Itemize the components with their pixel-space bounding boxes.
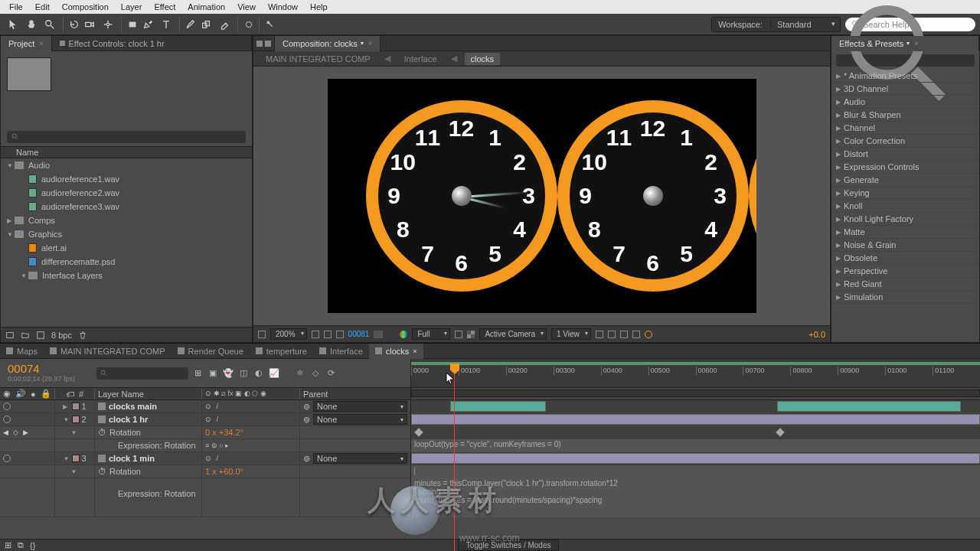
label-color[interactable] — [72, 416, 80, 423]
workspace-selector[interactable]: Workspace: Standard — [711, 17, 841, 32]
trash-icon[interactable] — [78, 331, 87, 340]
next-keyframe[interactable]: ▶ — [23, 429, 28, 436]
shy-icon[interactable]: 👻 — [222, 367, 234, 380]
parent-header[interactable]: Parent — [300, 388, 410, 399]
layer-name[interactable]: clock 1 min — [109, 454, 155, 463]
eraser-tool[interactable] — [216, 16, 233, 33]
interpret-icon[interactable] — [5, 331, 15, 340]
current-time[interactable]: 00074 — [8, 362, 84, 375]
project-item[interactable]: audioreference1.wav — [1, 172, 252, 186]
menu-help[interactable]: Help — [304, 2, 334, 11]
keyframe[interactable] — [414, 428, 423, 436]
twirl-icon[interactable]: ▶ — [836, 281, 844, 288]
graph-editor-icon[interactable]: 📈 — [268, 367, 280, 380]
effect-category[interactable]: ▶Blur & Sharpen — [831, 109, 979, 122]
twirl-icon[interactable]: ▶ — [836, 73, 844, 80]
channel-icon[interactable] — [400, 331, 407, 338]
workspace-value[interactable]: Standard — [771, 20, 840, 29]
type-tool[interactable]: T — [158, 16, 175, 33]
twirl-icon[interactable]: ▼ — [21, 272, 28, 279]
effect-category[interactable]: ▶Knoll Light Factory — [831, 213, 979, 226]
layer-bar[interactable] — [450, 401, 546, 412]
effect-category[interactable]: ▶Perspective — [831, 265, 979, 278]
project-item[interactable]: ▼Interface Layers — [1, 269, 252, 282]
menu-composition[interactable]: Composition — [56, 2, 115, 11]
pickwhip-icon[interactable]: ⊚ — [303, 415, 310, 425]
views-select[interactable]: 1 View — [551, 328, 591, 340]
layer-bar[interactable] — [777, 401, 961, 412]
menu-effect[interactable]: Effect — [148, 2, 181, 11]
twirl-icon[interactable]: ▶ — [836, 268, 844, 275]
layer-name-header[interactable]: Layer Name — [95, 388, 202, 399]
twirl-icon[interactable]: ▶ — [836, 216, 844, 223]
expression-label[interactable]: Expression: Rotation — [118, 489, 196, 498]
new-comp-icon[interactable] — [36, 331, 45, 340]
tab-project[interactable]: Project× — [1, 36, 52, 51]
project-item[interactable]: ▼Graphics — [1, 227, 252, 241]
twirl-icon[interactable]: ▼ — [63, 416, 70, 423]
label-color[interactable] — [72, 403, 80, 410]
parent-select[interactable]: None — [313, 453, 407, 464]
effect-category[interactable]: ▶Generate — [831, 174, 979, 187]
close-icon[interactable]: × — [413, 347, 416, 355]
camera-tool[interactable] — [81, 16, 98, 33]
timeline-tab[interactable]: MAIN INTEGRATED COMP — [44, 344, 172, 359]
visibility-toggle[interactable] — [3, 416, 11, 423]
tab-composition[interactable]: Composition: clocks▾× — [275, 36, 381, 51]
twirl-icon[interactable]: ▶ — [836, 86, 844, 93]
breadcrumb-main[interactable]: MAIN INTEGRATED COMP — [260, 53, 377, 65]
roto-brush-tool[interactable] — [237, 16, 254, 33]
new-folder-icon[interactable] — [21, 331, 30, 340]
layer-name[interactable]: clocks main — [109, 402, 157, 411]
pixel-aspect-icon[interactable] — [596, 331, 603, 338]
label-color[interactable] — [72, 455, 80, 462]
parent-select[interactable]: None — [313, 401, 407, 412]
snapshot-icon[interactable] — [374, 331, 383, 338]
breadcrumb-interface[interactable]: Interface — [398, 53, 443, 65]
pickwhip-icon[interactable]: ⊚ — [303, 402, 310, 412]
rotation-tool[interactable] — [63, 16, 80, 33]
expression-text[interactable]: loopOut(type = "cycle", numKeyframes = 0… — [414, 440, 561, 448]
tab-effect-controls[interactable]: Effect Controls: clock 1 hr — [52, 36, 252, 51]
comp-panel-icons[interactable] — [253, 36, 275, 51]
rectangle-tool[interactable] — [121, 16, 138, 33]
zoom-select[interactable]: 200% — [270, 328, 307, 340]
project-item[interactable]: audioreference3.wav — [1, 200, 252, 214]
live-update-icon[interactable]: ⟳ — [325, 367, 337, 380]
menu-layer[interactable]: Layer — [115, 2, 149, 11]
effect-category[interactable]: ▶Noise & Grain — [831, 239, 979, 252]
timeline-icon[interactable] — [620, 331, 628, 338]
menu-edit[interactable]: Edit — [29, 2, 56, 11]
effect-category[interactable]: ▶Channel — [831, 122, 979, 135]
effect-category[interactable]: ▶Keying — [831, 187, 979, 200]
roi-icon[interactable] — [455, 331, 462, 338]
effects-search[interactable] — [836, 54, 975, 67]
pickwhip-icon[interactable]: ⊚ — [303, 454, 310, 464]
brush-tool[interactable] — [179, 16, 196, 33]
menu-view[interactable]: View — [231, 2, 262, 11]
timeline-tab[interactable]: clocks× — [369, 344, 423, 359]
footer-icon[interactable]: {} — [30, 541, 35, 550]
twirl-icon[interactable]: ▶ — [836, 242, 844, 249]
twirl-icon[interactable]: ▼ — [71, 429, 79, 436]
rotation-value[interactable]: 1 x +60.0° — [205, 467, 243, 476]
expression-text[interactable]: minutes = thisComp.layer("clock 1 hr").t… — [414, 479, 618, 504]
effect-category[interactable]: ▶* Animation Presets — [831, 70, 979, 83]
bit-depth[interactable]: 8 bpc — [51, 331, 72, 340]
twirl-icon[interactable]: ▶ — [836, 177, 844, 184]
stopwatch-icon[interactable]: ⏱ — [98, 467, 106, 476]
project-item[interactable]: ▼Audio — [1, 158, 252, 172]
effect-category[interactable]: ▶Knoll — [831, 200, 979, 213]
pen-tool[interactable] — [139, 16, 156, 33]
parent-select[interactable]: None — [313, 414, 407, 425]
twirl-icon[interactable]: ▶ — [836, 203, 844, 210]
layer-bar[interactable] — [411, 453, 980, 464]
brainstorm-icon[interactable]: ⚛ — [294, 367, 306, 380]
timeline-search[interactable] — [96, 367, 188, 380]
res-icon[interactable] — [312, 331, 319, 338]
camera-select[interactable]: Active Camera — [479, 328, 547, 340]
exposure-reset-icon[interactable] — [645, 331, 652, 338]
add-keyframe[interactable]: ◇ — [13, 429, 18, 436]
tab-effects-presets[interactable]: Effects & Presets▾× — [831, 36, 979, 51]
prev-keyframe[interactable]: ◀ — [3, 429, 8, 436]
